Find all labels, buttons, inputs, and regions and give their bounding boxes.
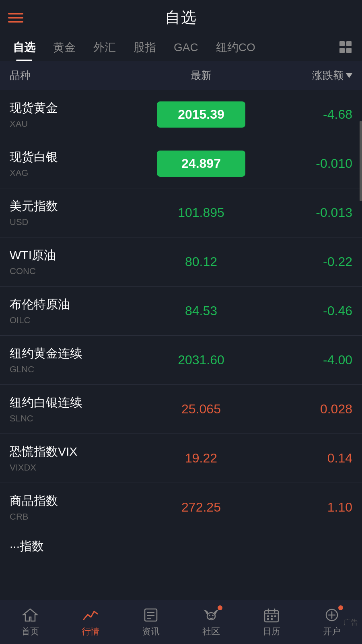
- row-price-vixdx: 19.22: [130, 451, 272, 466]
- svg-rect-11: [267, 615, 269, 617]
- row-price-xag: 24.897: [130, 151, 272, 177]
- row-price-xau: 2015.39: [130, 101, 272, 128]
- row-info-glnc: 纽约黄金连续 GLNC: [10, 345, 130, 375]
- row-change-crb: 1.10: [272, 500, 352, 515]
- market-row-crb[interactable]: 商品指数 CRB 272.25 1.10: [0, 483, 362, 532]
- bull-icon: [202, 607, 221, 623]
- row-info-oilc: 布伦特原油 OILC: [10, 296, 130, 326]
- menu-line-1: [8, 13, 23, 14]
- row-price-glnc: 2031.60: [130, 353, 272, 367]
- svg-rect-12: [271, 615, 273, 617]
- svg-rect-13: [274, 615, 276, 617]
- nav-label-market: 行情: [82, 625, 99, 638]
- nav-item-home[interactable]: 首页: [0, 607, 60, 638]
- market-row-partial[interactable]: ···指数: [0, 532, 362, 556]
- row-price-crb: 272.25: [130, 500, 272, 515]
- menu-line-2: [8, 17, 23, 19]
- nav-item-market[interactable]: 行情: [60, 607, 121, 638]
- row-price-conc: 80.12: [130, 254, 272, 269]
- home-icon: [21, 607, 40, 623]
- nav-label-calendar: 日历: [263, 625, 280, 638]
- col-header-price: 最新: [130, 68, 272, 83]
- svg-rect-14: [267, 618, 269, 620]
- header: 自选: [0, 0, 362, 33]
- row-change-xag: -0.010: [272, 156, 352, 171]
- row-change-usd: -0.013: [272, 205, 352, 220]
- market-row-vixdx[interactable]: 恐慌指数VIX VIXDX 19.22 0.14: [0, 434, 362, 483]
- chart-icon: [81, 607, 100, 623]
- svg-rect-15: [271, 618, 273, 620]
- tab-guzhi[interactable]: 股指: [125, 33, 165, 61]
- col-header-change[interactable]: 涨跌额: [272, 68, 352, 83]
- market-row-slnc[interactable]: 纽约白银连续 SLNC 25.065 0.028: [0, 385, 362, 434]
- row-change-conc: -0.22: [272, 254, 352, 269]
- bottom-nav: 首页 行情 资讯: [0, 600, 362, 644]
- row-info-xag: 现货白银 XAG: [10, 149, 130, 178]
- tab-bar: 自选 黄金 外汇 股指 GAC 纽约CO: [0, 33, 362, 61]
- scrollbar[interactable]: [360, 121, 362, 201]
- calendar-icon: [262, 607, 281, 623]
- row-change-xau: -4.68: [272, 107, 352, 122]
- row-info-conc: WTI原油 CONC: [10, 247, 130, 277]
- table-header: 品种 最新 涨跌额: [0, 61, 362, 90]
- tab-gac[interactable]: GAC: [165, 35, 207, 60]
- row-price-usd: 101.895: [130, 205, 272, 220]
- market-row-oilc[interactable]: 布伦特原油 OILC 84.53 -0.46: [0, 287, 362, 336]
- row-info-usd: 美元指数 USD: [10, 198, 130, 227]
- nav-label-open: 开户: [323, 625, 341, 638]
- row-info-vixdx: 恐慌指数VIX VIXDX: [10, 444, 130, 473]
- grid-view-button[interactable]: [333, 36, 358, 58]
- menu-line-3: [8, 21, 23, 23]
- open-badge: [338, 605, 343, 610]
- svg-point-6: [212, 615, 214, 616]
- row-price-slnc: 25.065: [130, 402, 272, 417]
- nav-label-community: 社区: [202, 625, 220, 638]
- news-icon: [141, 607, 160, 623]
- col-header-name: 品种: [10, 68, 130, 83]
- row-info-partial: ···指数: [10, 538, 130, 557]
- market-row-xau[interactable]: 现货黄金 XAU 2015.39 -4.68: [0, 90, 362, 139]
- row-change-oilc: -0.46: [272, 303, 352, 318]
- menu-button[interactable]: [8, 13, 23, 23]
- nav-label-home: 首页: [21, 625, 39, 638]
- community-badge: [218, 605, 222, 610]
- row-info-crb: 商品指数 CRB: [10, 493, 130, 522]
- plus-circle-icon: [322, 607, 341, 623]
- market-row-glnc[interactable]: 纽约黄金连续 GLNC 2031.60 -4.00: [0, 336, 362, 385]
- page-title: 自选: [165, 7, 197, 28]
- ad-label: 广告: [343, 617, 358, 627]
- row-price-oilc: 84.53: [130, 303, 272, 318]
- row-info-xau: 现货黄金 XAU: [10, 100, 130, 129]
- market-row-xag[interactable]: 现货白银 XAG 24.897 -0.010: [0, 139, 362, 188]
- row-info-slnc: 纽约白银连续 SLNC: [10, 394, 130, 424]
- nav-item-calendar[interactable]: 日历: [241, 607, 302, 638]
- market-list: 现货黄金 XAU 2015.39 -4.68 现货白银 XAG 24.897 -…: [0, 90, 362, 556]
- row-change-glnc: -4.00: [272, 353, 352, 367]
- market-row-usd[interactable]: 美元指数 USD 101.895 -0.013: [0, 188, 362, 237]
- tab-huangjin[interactable]: 黄金: [44, 33, 84, 61]
- grid-icon: [339, 41, 352, 53]
- tab-zixuan[interactable]: 自选: [4, 33, 44, 61]
- nav-item-news[interactable]: 资讯: [121, 607, 181, 638]
- svg-point-5: [209, 615, 210, 616]
- row-change-vixdx: 0.14: [272, 451, 352, 466]
- tab-niuyue[interactable]: 纽约CO: [207, 33, 264, 61]
- nav-item-community[interactable]: 社区: [181, 607, 241, 638]
- row-change-slnc: 0.028: [272, 402, 352, 417]
- sort-arrow-icon: [346, 73, 352, 78]
- nav-label-news: 资讯: [142, 625, 160, 638]
- tab-waihui[interactable]: 外汇: [84, 33, 125, 61]
- market-row-conc[interactable]: WTI原油 CONC 80.12 -0.22: [0, 237, 362, 287]
